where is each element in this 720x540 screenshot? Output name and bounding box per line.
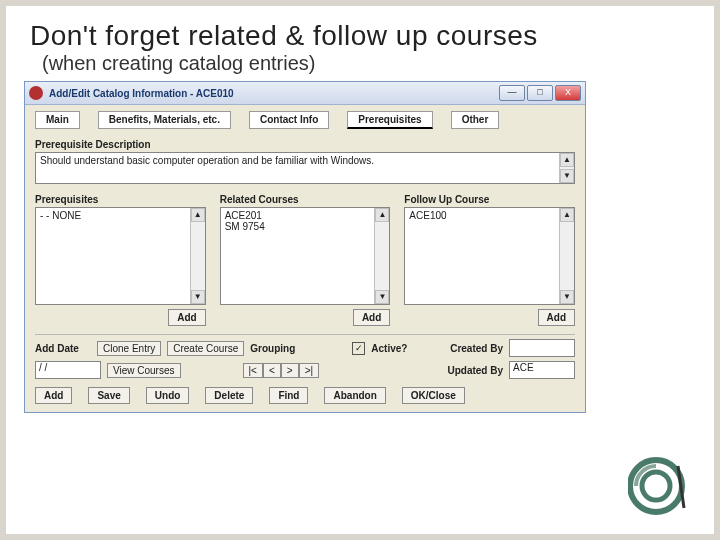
scrollbar[interactable]: ▲ ▼ xyxy=(374,208,389,304)
scroll-up-icon[interactable]: ▲ xyxy=(560,208,574,222)
scroll-up-icon[interactable]: ▲ xyxy=(560,153,574,167)
prereq-desc-text: Should understand basic computer operati… xyxy=(40,155,374,166)
prereq-desc-label: Prerequisite Description xyxy=(35,139,575,150)
active-checkbox[interactable]: ✓ xyxy=(352,342,365,355)
ok-close-button[interactable]: OK/Close xyxy=(402,387,465,404)
tab-prerequisites[interactable]: Prerequisites xyxy=(347,111,432,129)
prerequisites-label: Prerequisites xyxy=(35,194,206,205)
followup-list[interactable]: ACE100 ▲ ▼ xyxy=(404,207,575,305)
followup-label: Follow Up Course xyxy=(404,194,575,205)
scrollbar[interactable]: ▲ ▼ xyxy=(559,153,574,183)
slide-title: Don't forget related & follow up courses xyxy=(30,20,696,52)
prereq-desc-input[interactable]: Should understand basic computer operati… xyxy=(35,152,575,184)
scroll-down-icon[interactable]: ▼ xyxy=(560,290,574,304)
tab-strip: Main Benefits, Materials, etc. Contact I… xyxy=(25,105,585,129)
scrollbar[interactable]: ▲ ▼ xyxy=(559,208,574,304)
scroll-up-icon[interactable]: ▲ xyxy=(375,208,389,222)
grouping-label: Grouping xyxy=(250,343,300,354)
created-by-field[interactable] xyxy=(509,339,575,357)
dialog-window: Add/Edit Catalog Information - ACE010 — … xyxy=(24,81,586,413)
add-date-label: Add Date xyxy=(35,343,91,354)
nav-first-button[interactable]: |< xyxy=(243,363,263,378)
maximize-button[interactable]: □ xyxy=(527,85,553,101)
list-item[interactable]: ACE201 xyxy=(225,210,386,221)
undo-button[interactable]: Undo xyxy=(146,387,190,404)
nav-last-button[interactable]: >| xyxy=(299,363,319,378)
nav-next-button[interactable]: > xyxy=(281,363,299,378)
add-date-field[interactable]: / / xyxy=(35,361,101,379)
scroll-down-icon[interactable]: ▼ xyxy=(375,290,389,304)
abandon-button[interactable]: Abandon xyxy=(324,387,385,404)
record-nav: |< < > >| xyxy=(243,363,320,378)
add-prerequisite-button[interactable]: Add xyxy=(168,309,205,326)
create-course-button[interactable]: Create Course xyxy=(167,341,244,356)
add-related-button[interactable]: Add xyxy=(353,309,390,326)
tab-benefits[interactable]: Benefits, Materials, etc. xyxy=(98,111,231,129)
scrollbar[interactable]: ▲ ▼ xyxy=(190,208,205,304)
list-item[interactable]: SM 9754 xyxy=(225,221,386,232)
active-label: Active? xyxy=(371,343,407,354)
list-item[interactable]: - - NONE xyxy=(40,210,201,221)
scroll-down-icon[interactable]: ▼ xyxy=(191,290,205,304)
related-label: Related Courses xyxy=(220,194,391,205)
brand-logo-icon xyxy=(628,456,688,516)
find-button[interactable]: Find xyxy=(269,387,308,404)
clone-entry-button[interactable]: Clone Entry xyxy=(97,341,161,356)
prerequisites-list[interactable]: - - NONE ▲ ▼ xyxy=(35,207,206,305)
scroll-up-icon[interactable]: ▲ xyxy=(191,208,205,222)
scroll-down-icon[interactable]: ▼ xyxy=(560,169,574,183)
delete-button[interactable]: Delete xyxy=(205,387,253,404)
close-button[interactable]: X xyxy=(555,85,581,101)
nav-prev-button[interactable]: < xyxy=(263,363,281,378)
related-list[interactable]: ACE201 SM 9754 ▲ ▼ xyxy=(220,207,391,305)
app-icon xyxy=(29,86,43,100)
titlebar[interactable]: Add/Edit Catalog Information - ACE010 — … xyxy=(25,82,585,105)
svg-point-1 xyxy=(642,472,670,500)
add-button[interactable]: Add xyxy=(35,387,72,404)
window-title: Add/Edit Catalog Information - ACE010 xyxy=(49,88,497,99)
updated-by-field[interactable]: ACE xyxy=(509,361,575,379)
slide-subtitle: (when creating catalog entries) xyxy=(42,52,696,75)
minimize-button[interactable]: — xyxy=(499,85,525,101)
created-by-label: Created By xyxy=(443,343,503,354)
tab-other[interactable]: Other xyxy=(451,111,500,129)
view-courses-button[interactable]: View Courses xyxy=(107,363,181,378)
add-followup-button[interactable]: Add xyxy=(538,309,575,326)
save-button[interactable]: Save xyxy=(88,387,129,404)
updated-by-label: Updated By xyxy=(443,365,503,376)
tab-contact[interactable]: Contact Info xyxy=(249,111,329,129)
tab-main[interactable]: Main xyxy=(35,111,80,129)
list-item[interactable]: ACE100 xyxy=(409,210,570,221)
